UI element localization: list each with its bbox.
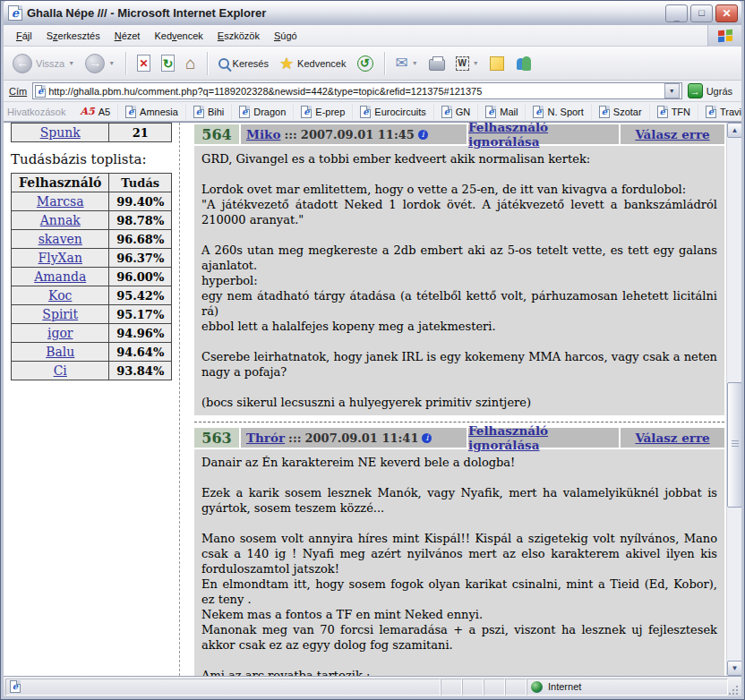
forward-dropdown-icon[interactable]: ▼ <box>108 60 115 66</box>
security-zone-pane: Internet <box>527 679 728 696</box>
back-button[interactable]: ← Vissza ▼ <box>9 52 78 75</box>
search-button[interactable]: Keresés <box>215 56 272 71</box>
edit-dropdown-icon[interactable]: ▼ <box>473 60 479 66</box>
menu-tools[interactable]: Eszközök <box>210 28 267 44</box>
link-tfn[interactable]: e TFN <box>650 104 698 120</box>
user-score: 98.78% <box>109 211 172 230</box>
table-row: Koc 95.42% <box>12 286 172 305</box>
address-dropdown-icon[interactable]: ▼ <box>664 83 680 98</box>
post-number: 563 <box>194 428 239 448</box>
mail-dropdown-icon[interactable]: ▼ <box>412 60 418 66</box>
menu-file[interactable]: Fájl <box>9 28 39 44</box>
back-dropdown-icon[interactable]: ▼ <box>68 60 74 66</box>
edit-button[interactable]: W ▼ <box>452 55 483 73</box>
link-nsport[interactable]: e N. Sport <box>526 104 591 120</box>
home-button[interactable]: ⌂ <box>182 53 199 73</box>
link-a5[interactable]: A5 A5 <box>73 104 118 120</box>
user-score: 94.96% <box>109 324 172 343</box>
globe-icon <box>531 681 543 693</box>
table-header-row: Felhasználó Tudás <box>12 174 172 192</box>
user-link[interactable]: Annak <box>40 213 81 227</box>
ie-favicon-icon: e <box>301 106 312 118</box>
table-row: Ci 93.84% <box>12 362 172 380</box>
windows-flag-logo <box>707 25 741 47</box>
mail-icon: ✉ <box>396 55 408 71</box>
link-travian[interactable]: e Travian <box>698 104 741 120</box>
knowledge-toplist-table: Felhasználó Tudás Marcsa 99.40% Annak 98… <box>11 173 172 380</box>
user-link[interactable]: Koc <box>48 288 72 303</box>
user-link[interactable]: Spirit <box>42 307 78 321</box>
ie-favicon-icon: e <box>239 106 250 118</box>
history-button[interactable]: ↺ <box>354 54 377 73</box>
messenger-button[interactable] <box>511 55 536 73</box>
print-button[interactable] <box>425 54 449 73</box>
post-body: Danair az Én karaktereim NE keverd bele … <box>194 449 724 676</box>
menu-favorites[interactable]: Kedvencek <box>147 28 210 44</box>
post-header: 564 Miko ::: 2007.09.01 11:45 i Felhaszn… <box>194 124 724 144</box>
user-score: 94.64% <box>109 343 172 362</box>
back-arrow-icon: ← <box>13 54 32 73</box>
stop-button[interactable]: ✕ <box>133 53 154 73</box>
author-link[interactable]: Thrór <box>246 431 285 445</box>
info-icon[interactable]: i <box>418 130 428 140</box>
mail-button[interactable]: ✉ ▼ <box>392 54 422 73</box>
ignore-user-link[interactable]: Felhasználó ignorálása <box>468 423 619 452</box>
toplist-heading: Tudásbázis toplista: <box>11 151 179 167</box>
author-link[interactable]: Miko <box>246 127 280 141</box>
user-score: 96.68% <box>109 230 172 249</box>
user-score: 96.37% <box>109 249 172 268</box>
user-link[interactable]: Ci <box>54 363 67 378</box>
refresh-button[interactable]: ↻ <box>158 53 178 73</box>
address-field[interactable]: e ▼ <box>32 82 681 99</box>
menu-view[interactable]: Nézet <box>107 28 148 44</box>
vertical-scrollbar[interactable]: ▲ ▼ <box>726 123 741 676</box>
forward-button[interactable]: → ▼ <box>81 52 118 75</box>
user-link[interactable]: Amanda <box>34 269 86 284</box>
user-link[interactable]: Balu <box>46 345 74 359</box>
go-button[interactable]: → Ugrás <box>686 82 738 99</box>
printer-icon <box>429 59 445 71</box>
table-row: Marcsa 99.40% <box>12 192 172 211</box>
reply-link[interactable]: Válasz erre <box>635 431 709 445</box>
discuss-button[interactable] <box>486 55 508 73</box>
link-mail[interactable]: e Mail <box>478 104 526 120</box>
user-link[interactable]: skaven <box>39 232 82 246</box>
scrollbar-thumb[interactable] <box>727 382 741 508</box>
menu-edit[interactable]: Szerkesztés <box>39 28 107 44</box>
user-link[interactable]: FlyXan <box>39 251 82 265</box>
maximize-button[interactable]: □ <box>690 4 713 22</box>
forum-post-564: 564 Miko ::: 2007.09.01 11:45 i Felhaszn… <box>194 124 724 415</box>
links-bar: Hivatkozások A5 A5 e Amnesia e Bihi e Dr… <box>4 102 741 122</box>
user-link-spunk[interactable]: Spunk <box>40 125 81 140</box>
link-gn[interactable]: e GN <box>434 104 479 120</box>
post-timestamp: 2007.09.01 11:45 <box>301 128 415 141</box>
reply-link[interactable]: Válasz erre <box>635 127 709 141</box>
ie-logo-icon: e <box>8 5 22 21</box>
user-link[interactable]: igor <box>47 326 73 340</box>
column-header-user: Felhasználó <box>12 174 109 192</box>
link-bihi[interactable]: e Bihi <box>186 104 232 120</box>
post-separator: ::: <box>288 431 301 445</box>
reply-cell: Válasz erre <box>621 124 724 144</box>
link-eurocircuits[interactable]: e Eurocircuits <box>353 104 433 120</box>
info-icon[interactable]: i <box>422 433 432 443</box>
favorites-button[interactable]: ★ Kedvencek <box>276 54 350 73</box>
close-button[interactable]: ✕ <box>715 4 738 22</box>
status-main-pane: e <box>5 679 441 696</box>
user-link[interactable]: Marcsa <box>37 194 84 209</box>
ignore-user-link[interactable]: Felhasználó ignorálása <box>468 123 619 149</box>
scroll-down-icon[interactable]: ▼ <box>727 661 741 676</box>
menu-help[interactable]: Súgó <box>267 28 304 44</box>
browser-window: e Ghalla Népe /// - Microsoft Internet E… <box>0 0 745 700</box>
minimize-button[interactable]: _ <box>665 4 688 22</box>
link-szotar[interactable]: e Szotar <box>592 104 650 120</box>
link-dragon[interactable]: e Dragon <box>232 104 294 120</box>
scroll-up-icon[interactable]: ▲ <box>727 123 741 138</box>
forward-arrow-icon: → <box>85 54 105 73</box>
link-eprep[interactable]: e E-prep <box>294 104 353 120</box>
resize-grip[interactable] <box>728 685 740 696</box>
reply-cell: Válasz erre <box>621 428 724 448</box>
link-amnesia[interactable]: e Amnesia <box>118 104 186 120</box>
url-input[interactable] <box>48 86 661 97</box>
ie-favicon-icon: e <box>657 106 668 118</box>
